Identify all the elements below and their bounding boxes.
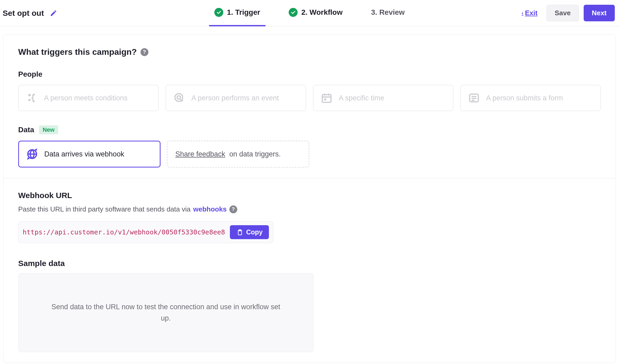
triggers-heading: What triggers this campaign? — [18, 47, 137, 57]
svg-point-0 — [28, 94, 31, 96]
webhook-url-value[interactable]: https://api.customer.io/v1/webhook/0050f… — [23, 228, 225, 236]
clipboard-icon — [236, 229, 243, 236]
option-meets-conditions[interactable]: A person meets conditions — [18, 85, 159, 111]
help-icon[interactable]: ? — [141, 48, 148, 56]
cursor-target-icon — [173, 92, 185, 104]
svg-point-4 — [177, 96, 181, 99]
option-label: Data arrives via webhook — [44, 150, 124, 158]
option-data-webhook[interactable]: Data arrives via webhook — [18, 141, 161, 168]
sample-empty-text: Send data to the URL now to test the con… — [50, 301, 282, 324]
webhook-url-heading: Webhook URL — [18, 191, 601, 200]
check-icon — [214, 8, 223, 17]
webhooks-link[interactable]: webhooks — [193, 205, 227, 213]
help-icon[interactable]: ? — [229, 205, 237, 213]
people-group-label: People — [18, 70, 42, 78]
next-button[interactable]: Next — [584, 5, 615, 21]
feedback-text: on data triggers. — [227, 150, 281, 158]
share-feedback-link[interactable]: Share feedback — [175, 150, 225, 158]
step-workflow[interactable]: 2. Workflow — [283, 0, 348, 26]
svg-rect-9 — [324, 99, 326, 100]
wizard-steps: 1. Trigger 2. Workflow 3. Review — [140, 0, 479, 26]
sample-data-heading: Sample data — [18, 259, 601, 268]
save-button[interactable]: Save — [547, 5, 579, 21]
new-badge: New — [39, 125, 58, 134]
option-label: A person submits a form — [486, 94, 563, 102]
person-branch-icon — [26, 92, 38, 104]
option-label: A person performs an event — [191, 94, 279, 102]
option-specific-time[interactable]: A specific time — [313, 85, 453, 111]
option-performs-event[interactable]: A person performs an event — [166, 85, 306, 111]
edit-title-button[interactable] — [49, 8, 58, 18]
sample-data-empty: Send data to the URL now to test the con… — [18, 273, 313, 352]
pencil-icon — [50, 9, 57, 17]
copy-label: Copy — [246, 228, 263, 236]
webhook-url-box: https://api.customer.io/v1/webhook/0050f… — [18, 221, 273, 243]
exit-label: Exit — [525, 9, 538, 17]
step-review[interactable]: 3. Review — [366, 0, 410, 26]
campaign-title: Set opt out — [3, 9, 44, 18]
check-icon — [289, 8, 298, 17]
exit-link[interactable]: ‹ Exit — [518, 6, 542, 20]
step-trigger[interactable]: 1. Trigger — [209, 0, 265, 26]
option-submits-form[interactable]: A person submits a form — [460, 85, 601, 111]
option-label: A person meets conditions — [44, 94, 128, 102]
svg-rect-5 — [322, 95, 331, 102]
step-label: 3. Review — [371, 8, 405, 17]
copy-button[interactable]: Copy — [230, 225, 269, 239]
feedback-card: Share feedback on data triggers. — [167, 141, 309, 168]
data-group-label: Data — [18, 126, 34, 134]
form-icon — [468, 92, 480, 104]
step-label: 1. Trigger — [227, 8, 260, 17]
step-label: 2. Workflow — [301, 8, 343, 17]
webhook-desc-prefix: Paste this URL in third party software t… — [18, 205, 191, 213]
calendar-icon — [321, 92, 332, 104]
option-label: A specific time — [339, 94, 384, 102]
chevron-left-icon: ‹ — [522, 10, 524, 16]
globe-sync-icon — [26, 148, 38, 160]
